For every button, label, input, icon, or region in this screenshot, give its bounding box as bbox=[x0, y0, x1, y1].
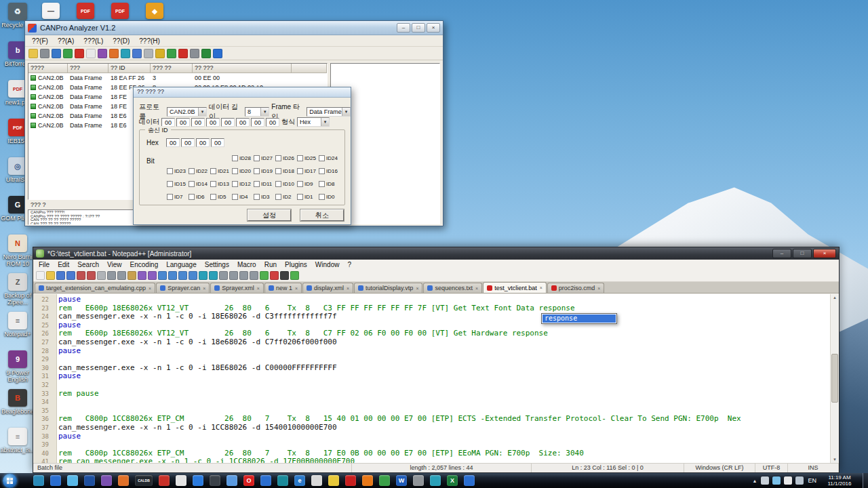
scroll-up-icon[interactable]: ▲ bbox=[831, 294, 839, 301]
play-macro-icon[interactable] bbox=[290, 271, 299, 280]
npp-menu-run[interactable]: Run bbox=[260, 260, 281, 269]
network-icon[interactable] bbox=[772, 476, 781, 485]
record-macro-icon[interactable] bbox=[270, 271, 279, 280]
chrome-icon[interactable] bbox=[328, 475, 339, 486]
tab-close-icon[interactable]: × bbox=[347, 286, 349, 291]
bit-checkbox-id23[interactable] bbox=[167, 168, 173, 174]
view-grid-icon[interactable] bbox=[155, 49, 165, 58]
desktop-icon-notepad[interactable]: ≡Notepad+ bbox=[0, 312, 35, 338]
internet-explorer-icon[interactable]: e bbox=[294, 475, 305, 486]
tab-close-icon[interactable]: × bbox=[416, 286, 418, 291]
column-header[interactable]: ?? ID bbox=[108, 64, 151, 73]
tray-expand-icon[interactable]: ▲ bbox=[753, 479, 757, 483]
tab-sprayer-xml[interactable]: Sprayer.xml× bbox=[210, 283, 264, 293]
maximize-button[interactable]: □ bbox=[412, 23, 425, 33]
tab-close-icon[interactable]: × bbox=[475, 286, 478, 291]
close-button[interactable]: × bbox=[427, 23, 440, 33]
npp-menu-file[interactable]: File bbox=[35, 260, 54, 269]
save-icon[interactable] bbox=[132, 49, 142, 58]
format-select[interactable]: Hex ▾ bbox=[297, 117, 330, 127]
print-icon[interactable] bbox=[144, 49, 153, 58]
tab-close-icon[interactable]: × bbox=[203, 286, 205, 291]
taskbar-app-24-icon[interactable] bbox=[430, 475, 441, 486]
settings-icon[interactable] bbox=[52, 49, 61, 58]
scroll-down-icon[interactable]: ▼ bbox=[831, 456, 839, 463]
desktop-icon-9-power-english[interactable]: 99-Power English bbox=[0, 350, 35, 383]
column-header[interactable]: ??? bbox=[68, 64, 108, 73]
taskbar-app-1-icon[interactable] bbox=[33, 475, 44, 486]
cut-icon[interactable] bbox=[107, 271, 116, 280]
excel-icon[interactable]: X bbox=[447, 475, 458, 486]
bit-checkbox-id1[interactable] bbox=[297, 194, 303, 200]
bit-checkbox-id28[interactable] bbox=[232, 155, 238, 161]
dialog-title-bar[interactable]: ?? ??? ?? bbox=[134, 87, 351, 98]
bit-checkbox-id11[interactable] bbox=[254, 181, 260, 187]
stats-icon[interactable] bbox=[190, 49, 199, 58]
id-hex-input[interactable]: 00 bbox=[166, 138, 180, 147]
zoom-in-icon[interactable] bbox=[178, 271, 187, 280]
open-board-icon[interactable] bbox=[28, 49, 38, 58]
word-wrap-icon[interactable] bbox=[219, 271, 228, 280]
filter-icon[interactable] bbox=[98, 49, 107, 58]
taskbar-app-3-icon[interactable] bbox=[67, 475, 78, 486]
send-icon[interactable] bbox=[109, 49, 119, 58]
tray-app-icon[interactable] bbox=[761, 476, 769, 485]
npp-menu-[interactable]: ? bbox=[343, 260, 355, 269]
data-byte-input[interactable]: 00 bbox=[266, 118, 279, 127]
bit-checkbox-id5[interactable] bbox=[210, 194, 216, 200]
desktop-icon-nero-burni-rom-10[interactable]: NNero Burni ROM 10 bbox=[0, 235, 35, 267]
npp-menu-search[interactable]: Search bbox=[73, 260, 103, 269]
taskbar-app-26-icon[interactable] bbox=[464, 475, 475, 486]
log-icon[interactable] bbox=[121, 49, 130, 58]
bit-checkbox-id25[interactable] bbox=[297, 155, 303, 161]
desktop-icon-backup-of-zipee[interactable]: ZBackup of Zipee... bbox=[0, 273, 35, 306]
tab-new-1[interactable]: new 1× bbox=[264, 283, 302, 293]
start-icon[interactable] bbox=[63, 49, 73, 58]
sync-vertical-icon[interactable] bbox=[199, 271, 208, 280]
canpro-menu-h[interactable]: ???(H) bbox=[134, 36, 165, 46]
tab-target-extension-can-emulating-cpp[interactable]: target_extension_can_emulating.cpp× bbox=[35, 283, 155, 293]
action-center-icon[interactable] bbox=[795, 476, 804, 485]
export-icon[interactable] bbox=[201, 49, 211, 58]
word-icon[interactable]: W bbox=[396, 475, 407, 486]
scrollbar-thumb[interactable] bbox=[831, 354, 838, 403]
zoom-out-icon[interactable] bbox=[189, 271, 197, 280]
npp-menu-edit[interactable]: Edit bbox=[54, 260, 73, 269]
taskbar-app-17-icon[interactable] bbox=[311, 475, 322, 486]
tab-sprayer-can[interactable]: Sprayer.can× bbox=[156, 283, 210, 293]
bit-checkbox-id12[interactable] bbox=[232, 181, 238, 187]
bit-checkbox-id6[interactable] bbox=[189, 194, 195, 200]
minimize-button[interactable]: – bbox=[772, 249, 791, 258]
tab-close-icon[interactable]: × bbox=[149, 286, 151, 291]
npp-menu-window[interactable]: Window bbox=[311, 260, 344, 269]
canpro-menu-d[interactable]: ??(D) bbox=[108, 36, 134, 46]
bit-checkbox-id9[interactable] bbox=[297, 181, 303, 187]
frame-type-select[interactable]: Data Frame ▾ bbox=[307, 107, 351, 117]
paste-icon[interactable] bbox=[127, 271, 136, 280]
opera-icon[interactable]: O bbox=[243, 475, 254, 486]
column-header[interactable]: ??? ?? bbox=[151, 64, 193, 73]
function-list-icon[interactable] bbox=[250, 271, 258, 280]
bit-checkbox-id13[interactable] bbox=[210, 181, 216, 187]
tab-test-vtclient-bat[interactable]: test_vtclient.bat× bbox=[483, 282, 547, 293]
id-hex-input[interactable]: 00 bbox=[196, 138, 210, 147]
vertical-scrollbar[interactable]: ▲ ▼ bbox=[830, 294, 839, 463]
bit-checkbox-id8[interactable] bbox=[319, 181, 325, 187]
bit-checkbox-id19[interactable] bbox=[254, 168, 260, 174]
npp-menu-encoding[interactable]: Encoding bbox=[126, 260, 163, 269]
id-hex-input[interactable]: 00 bbox=[181, 138, 195, 147]
show-all-characters-icon[interactable] bbox=[229, 271, 238, 280]
desktop-icon-beaglebone[interactable]: BBeaglebone bbox=[0, 389, 35, 415]
redo-icon[interactable] bbox=[148, 271, 157, 280]
data-byte-input[interactable]: 00 bbox=[176, 118, 190, 127]
pdf-file-icon[interactable]: PDF bbox=[77, 3, 94, 19]
bit-checkbox-id17[interactable] bbox=[297, 168, 303, 174]
npp-menu-plugins[interactable]: Plugins bbox=[281, 260, 311, 269]
view-list-icon[interactable] bbox=[167, 49, 176, 58]
bit-checkbox-id26[interactable] bbox=[275, 155, 281, 161]
bit-checkbox-id14[interactable] bbox=[189, 181, 195, 187]
data-byte-input[interactable]: 00 bbox=[161, 118, 175, 127]
canpro-title-bar[interactable]: CANPro Analyzer V1.2 – □ × bbox=[25, 21, 443, 35]
save-all-icon[interactable] bbox=[66, 271, 75, 280]
taskbar-app-23-icon[interactable] bbox=[413, 475, 424, 486]
